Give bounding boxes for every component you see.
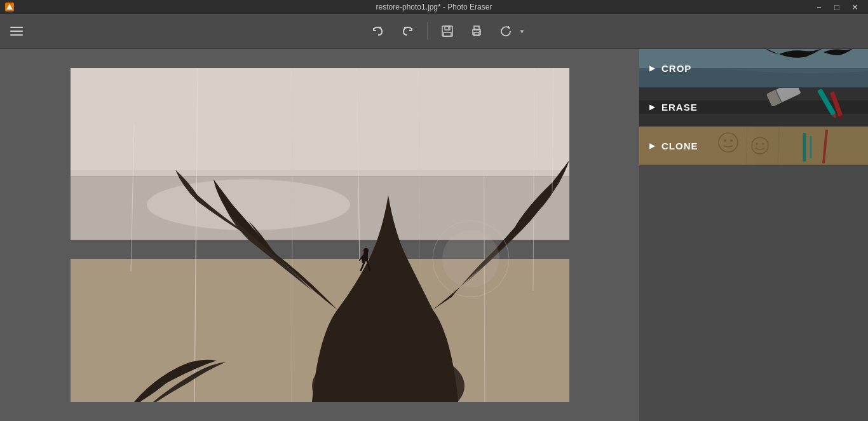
crop-label: ▶ CROP [639, 63, 702, 74]
crop-arrow: ▶ [649, 64, 655, 72]
svg-point-8 [479, 31, 480, 32]
titlebar: restore-photo1.jpg* - Photo Eraser − □ ✕ [0, 0, 868, 14]
svg-point-30 [442, 230, 499, 287]
refresh-group[interactable]: ▼ [494, 19, 526, 43]
svg-point-12 [147, 179, 350, 230]
refresh-dropdown-arrow[interactable]: ▼ [519, 28, 526, 35]
menu-button[interactable] [8, 24, 25, 38]
svg-marker-0 [6, 4, 13, 10]
clone-arrow: ▶ [649, 142, 655, 150]
close-button[interactable]: ✕ [846, 1, 863, 13]
svg-rect-26 [361, 256, 365, 263]
svg-rect-7 [474, 32, 479, 36]
main-area: ▶ CROP [0, 49, 868, 421]
erase-section[interactable]: ▶ ERASE [639, 88, 868, 127]
titlebar-left [5, 3, 14, 11]
app-logo [5, 3, 14, 11]
clone-label: ▶ CLONE [639, 141, 709, 151]
photo-image [71, 68, 569, 402]
save-button[interactable] [435, 19, 459, 43]
erase-text: ERASE [661, 102, 698, 113]
right-panel: ▶ CROP [639, 49, 868, 421]
toolbar: ▼ [0, 14, 868, 49]
crop-section[interactable]: ▶ CROP [639, 49, 868, 88]
print-button[interactable] [465, 19, 489, 43]
titlebar-controls: − □ ✕ [811, 1, 863, 13]
canvas-area[interactable] [0, 49, 639, 421]
erase-arrow: ▶ [649, 103, 655, 111]
svg-rect-3 [444, 32, 451, 36]
toolbar-divider-1 [427, 22, 428, 40]
svg-rect-2 [445, 26, 450, 30]
photo-container [71, 68, 569, 402]
window-title: restore-photo1.jpg* - Photo Eraser [376, 3, 492, 11]
erase-label: ▶ ERASE [639, 102, 708, 113]
crop-text: CROP [661, 63, 691, 74]
clone-section[interactable]: ▶ CLONE [639, 127, 868, 165]
undo-button[interactable] [366, 19, 390, 43]
clone-text: CLONE [661, 141, 698, 151]
svg-point-22 [363, 248, 369, 253]
maximize-button[interactable]: □ [829, 1, 845, 13]
redo-button[interactable] [395, 19, 419, 43]
refresh-button[interactable] [494, 19, 518, 43]
minimize-button[interactable]: − [811, 1, 827, 13]
